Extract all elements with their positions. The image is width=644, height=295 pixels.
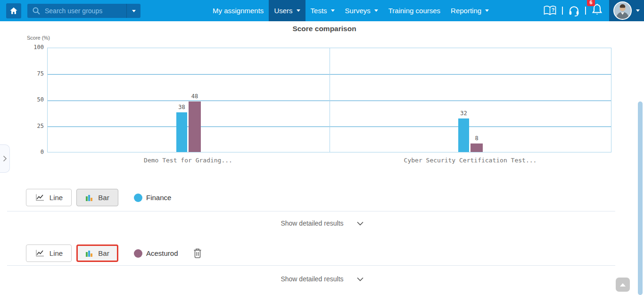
- chevron-down-icon: [636, 9, 640, 12]
- line-chart-icon: [35, 194, 44, 202]
- chevron-down-icon: [357, 277, 363, 281]
- bar-value-label: 32: [460, 110, 467, 117]
- finance-legend-label: Finance: [146, 194, 171, 202]
- line-button-label: Line: [50, 249, 63, 257]
- bar-value-label: 8: [475, 135, 478, 142]
- y-tick-label: 75: [37, 70, 44, 77]
- series-controls-finance: Line Bar Finance: [26, 189, 171, 206]
- scroll-to-top-button[interactable]: [616, 278, 630, 292]
- bar-button-label: Bar: [98, 194, 109, 202]
- y-tick-label: 50: [37, 96, 44, 103]
- nav-label: Users: [274, 7, 292, 15]
- line-chart-button[interactable]: Line: [26, 189, 72, 206]
- nav-label: Reporting: [451, 7, 481, 15]
- search-scope-dropdown[interactable]: [126, 4, 140, 18]
- line-button-label: Line: [50, 194, 63, 202]
- bar-group-cyber-security: 328: [330, 48, 611, 152]
- nav-surveys[interactable]: Surveys: [340, 0, 383, 21]
- nav-my-assignments[interactable]: My assignments: [207, 0, 269, 21]
- y-axis-ticks: 1007550250: [24, 48, 44, 152]
- support-headset-icon[interactable]: [568, 5, 580, 17]
- main-nav: My assignments Users Tests Surveys Train…: [207, 0, 494, 21]
- chevron-down-icon: [132, 10, 136, 12]
- delete-series-button[interactable]: [193, 248, 202, 259]
- search-icon: [32, 7, 41, 15]
- bar-button-label: Bar: [98, 249, 109, 257]
- trash-icon: [193, 248, 202, 259]
- chevron-down-icon: [485, 9, 489, 12]
- notifications-button[interactable]: 6: [591, 3, 603, 18]
- bar-rect: [189, 101, 201, 152]
- nav-tests[interactable]: Tests: [305, 0, 340, 21]
- bar-value-label: 38: [178, 104, 185, 110]
- y-axis-label: Score (%): [27, 35, 50, 41]
- chevron-down-icon: [297, 9, 300, 12]
- bar-finance: 32: [458, 110, 469, 152]
- y-tick-label: 0: [41, 149, 44, 155]
- svg-text:?: ?: [552, 8, 554, 13]
- bar-finance: 38: [176, 104, 187, 152]
- separator: [562, 7, 563, 15]
- bar-chart-icon: [85, 250, 93, 257]
- chevron-right-icon: [3, 155, 7, 162]
- bar-value-label: 48: [191, 93, 198, 100]
- bar-acesturod: 48: [189, 93, 201, 152]
- chevron-down-icon: [331, 9, 335, 12]
- help-book-icon[interactable]: ?: [543, 5, 557, 17]
- user-menu[interactable]: [609, 0, 644, 21]
- finance-legend-dot: [134, 194, 142, 202]
- y-tick-label: 100: [33, 44, 44, 51]
- bar-group-demo-test: 3848: [48, 48, 330, 152]
- nav-label: Tests: [311, 7, 327, 15]
- nav-label: Surveys: [345, 7, 371, 15]
- top-navbar: My assignments Users Tests Surveys Train…: [0, 0, 644, 21]
- nav-reporting[interactable]: Reporting: [446, 0, 494, 21]
- acesturod-legend-label: Acesturod: [146, 249, 178, 257]
- series-controls-acesturod: Line Bar Acesturod: [26, 244, 202, 262]
- show-details-label: Show detailed results: [281, 219, 343, 227]
- arrow-up-icon: [620, 283, 626, 287]
- category-label: Demo Test for Grading...: [47, 157, 329, 164]
- bar-chart-icon: [85, 194, 93, 202]
- nav-training-courses[interactable]: Training courses: [383, 0, 446, 21]
- line-chart-icon: [35, 249, 44, 257]
- expand-sidebar-button[interactable]: [0, 144, 10, 173]
- bar-acesturod: 8: [471, 135, 483, 152]
- bar-chart-button-selected[interactable]: Bar: [76, 189, 118, 206]
- y-tick-label: 25: [37, 123, 44, 129]
- bar-rect: [458, 118, 469, 152]
- nav-label: Training courses: [388, 7, 440, 15]
- chart-title: Score comparison: [0, 25, 644, 33]
- show-detailed-results-finance[interactable]: Show detailed results: [0, 218, 644, 228]
- divider: [7, 211, 615, 211]
- vertical-scrollbar[interactable]: [638, 101, 643, 295]
- search-user-groups: [27, 4, 140, 18]
- bar-chart-button-highlighted[interactable]: Bar: [76, 244, 118, 262]
- show-details-label: Show detailed results: [281, 275, 343, 283]
- app-window: My assignments Users Tests Surveys Train…: [0, 0, 644, 295]
- line-chart-button[interactable]: Line: [26, 244, 72, 262]
- separator: [585, 7, 586, 15]
- notification-count-badge: 6: [587, 0, 595, 6]
- search-input[interactable]: [41, 7, 126, 15]
- chevron-down-icon: [357, 221, 363, 226]
- chevron-down-icon: [374, 9, 378, 12]
- header-actions: ? 6: [543, 0, 644, 21]
- acesturod-legend-dot: [134, 249, 142, 258]
- user-avatar: [613, 1, 632, 20]
- category-label: Cyber Security Certification Test...: [329, 157, 611, 164]
- divider: [7, 265, 615, 266]
- nav-users[interactable]: Users: [269, 0, 305, 21]
- home-icon: [9, 7, 18, 15]
- bar-rect: [471, 143, 483, 152]
- score-comparison-chart: 3848 328: [47, 48, 611, 152]
- show-detailed-results-acesturod[interactable]: Show detailed results: [0, 274, 644, 284]
- home-button[interactable]: [6, 3, 21, 18]
- bar-rect: [176, 112, 187, 152]
- nav-label: My assignments: [213, 7, 264, 15]
